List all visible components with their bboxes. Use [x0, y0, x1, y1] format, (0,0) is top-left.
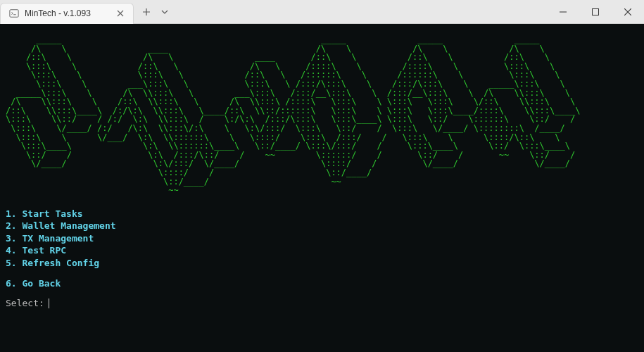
menu-item-wallet-management[interactable]: 2. Wallet Management	[6, 220, 638, 232]
menu-list: 1. Start Tasks 2. Wallet Management 3. T…	[6, 208, 638, 290]
cursor	[49, 298, 49, 308]
menu-num: 6.	[6, 278, 17, 289]
close-button[interactable]	[612, 0, 644, 24]
prompt-label: Select:	[6, 298, 44, 309]
menu-label: Start Tasks	[22, 208, 82, 219]
minimize-button[interactable]	[547, 0, 579, 24]
svg-rect-0	[10, 10, 18, 18]
menu-num: 3.	[6, 233, 17, 244]
menu-num: 5.	[6, 258, 17, 268]
svg-rect-3	[593, 8, 599, 15]
menu-item-refresh-config[interactable]: 5. Refresh Config	[6, 257, 638, 270]
menu-item-tx-management[interactable]: 3. TX Management	[6, 232, 638, 245]
menu-label: Wallet Management	[22, 220, 115, 231]
prompt-row[interactable]: Select:	[6, 298, 638, 309]
menu-item-go-back[interactable]: 6. Go Back	[6, 277, 638, 290]
menu-num: 4.	[6, 245, 17, 256]
menu-label: TX Management	[22, 233, 94, 244]
menu-num: 1.	[6, 208, 17, 219]
menu-item-start-tasks[interactable]: 1. Start Tasks	[6, 208, 638, 220]
menu-label: Go Back	[22, 278, 61, 289]
menu-item-test-rpc[interactable]: 4. Test RPC	[6, 244, 638, 257]
menu-label: Refresh Config	[22, 258, 99, 268]
tab-active[interactable]: MinTech - v.1.093	[0, 3, 134, 24]
tab-title: MinTech - v.1.093	[25, 8, 109, 18]
window-titlebar: MinTech - v.1.093	[0, 0, 644, 24]
tab-dropdown-button[interactable]	[156, 4, 173, 20]
terminal-icon	[9, 8, 19, 18]
terminal-pane[interactable]: _____ _____ _____ _____ /\ \ ____ /\ \ /…	[0, 24, 644, 352]
tab-close-button[interactable]	[115, 8, 126, 19]
window-controls	[547, 0, 644, 23]
maximize-button[interactable]	[579, 0, 612, 24]
tab-strip: MinTech - v.1.093	[0, 0, 173, 23]
ascii-banner: _____ _____ _____ _____ /\ \ ____ /\ \ /…	[6, 35, 638, 195]
new-tab-button[interactable]	[137, 2, 156, 22]
menu-label: Test RPC	[22, 245, 66, 256]
menu-num: 2.	[6, 220, 17, 231]
